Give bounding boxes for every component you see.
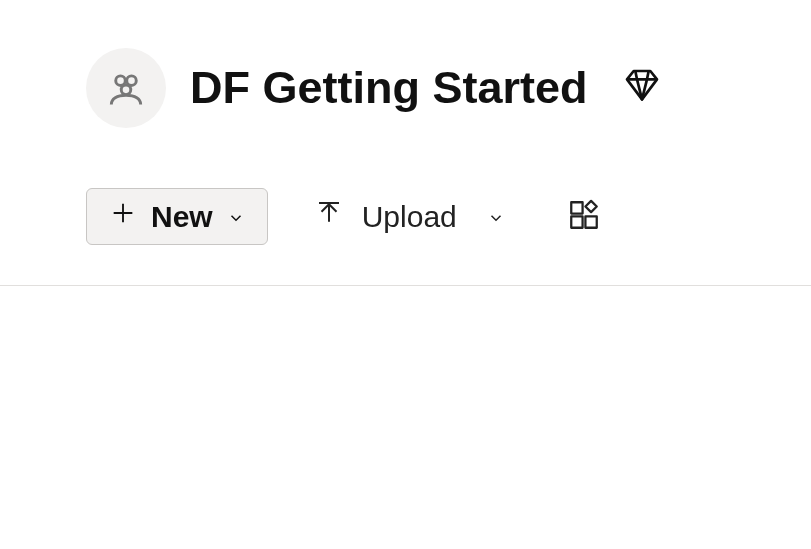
svg-point-2 <box>121 85 131 95</box>
toolbar: New Upload <box>0 128 811 245</box>
svg-rect-3 <box>571 202 582 213</box>
workspace-title: DF Getting Started <box>190 62 588 114</box>
chevron-down-icon <box>227 200 245 234</box>
new-button[interactable]: New <box>86 188 268 245</box>
svg-rect-4 <box>571 216 582 227</box>
workspace-icon <box>86 48 166 128</box>
upload-icon <box>314 198 344 235</box>
svg-rect-5 <box>585 216 596 227</box>
apps-icon <box>567 220 601 235</box>
upload-button[interactable]: Upload <box>308 188 511 245</box>
apps-button[interactable] <box>561 192 607 241</box>
divider <box>0 285 811 286</box>
chevron-down-icon <box>487 200 505 234</box>
upload-button-label: Upload <box>362 200 457 234</box>
plus-icon <box>109 199 137 234</box>
premium-icon <box>622 66 662 110</box>
new-button-label: New <box>151 200 213 234</box>
workspace-header: DF Getting Started <box>0 0 811 128</box>
